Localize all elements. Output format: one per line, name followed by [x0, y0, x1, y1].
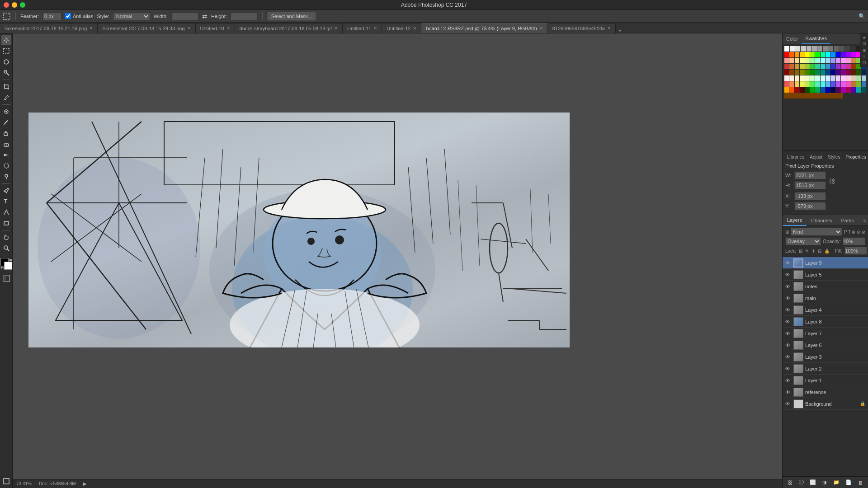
swatch[interactable]	[826, 58, 830, 63]
swatch[interactable]	[810, 70, 815, 75]
swatch[interactable]	[862, 81, 866, 87]
libraries-tab[interactable]: Libraries	[785, 154, 806, 160]
tab-close-icon[interactable]: ✕	[373, 26, 377, 31]
swatch[interactable]	[810, 52, 815, 57]
layer-item-layer9[interactable]: 👁 Layer 9	[783, 257, 868, 269]
swatch[interactable]	[856, 81, 861, 87]
new-adjustment-button[interactable]: ◑	[822, 479, 827, 485]
dodge-tool[interactable]	[1, 172, 11, 182]
layer-item-layer7[interactable]: 👁 Layer 7	[783, 328, 868, 339]
swatch[interactable]	[795, 87, 799, 93]
new-group-button[interactable]: 📁	[833, 479, 840, 485]
layer-item-layer4[interactable]: 👁 Layer 4	[783, 304, 868, 316]
select-mask-button[interactable]: Select and Mask...	[267, 12, 316, 21]
swatch[interactable]	[800, 81, 804, 87]
layer-visibility-icon[interactable]: 👁	[785, 354, 792, 360]
swatch[interactable]	[821, 75, 825, 81]
swatch[interactable]	[836, 52, 840, 57]
layer-visibility-icon[interactable]: 👁	[785, 378, 792, 383]
add-layer-style-button[interactable]: Ⓕ	[799, 479, 804, 486]
blur-tool[interactable]	[1, 161, 11, 171]
tab-0126[interactable]: 0126b96561686b45f2fa ✕	[548, 23, 616, 33]
gradient-tool[interactable]	[1, 150, 11, 160]
swatch[interactable]	[862, 75, 866, 81]
pen-tool[interactable]	[1, 186, 11, 196]
swatch[interactable]	[815, 70, 820, 75]
swatch[interactable]	[805, 52, 810, 57]
properties-tab[interactable]: Properties	[844, 154, 868, 160]
tab-ducks[interactable]: ducks-storyboard 2017-08-18 05.08.18.gif…	[235, 23, 343, 33]
swatch[interactable]	[841, 81, 845, 87]
swatch[interactable]	[784, 70, 789, 75]
swatch[interactable]	[836, 87, 840, 93]
crop-tool[interactable]	[1, 82, 11, 92]
swatch[interactable]	[789, 81, 794, 87]
styles-tab[interactable]: Styles	[826, 154, 842, 160]
swatch[interactable]	[795, 75, 799, 81]
swatch[interactable]	[821, 52, 825, 57]
swatch[interactable]	[846, 64, 851, 69]
swatch[interactable]	[830, 70, 835, 75]
y-property[interactable]	[794, 202, 826, 210]
swatch[interactable]	[795, 58, 799, 63]
swatch[interactable]	[790, 46, 795, 52]
swatch[interactable]	[851, 87, 856, 93]
height-property[interactable]	[794, 181, 826, 189]
swatch[interactable]	[805, 75, 810, 81]
layer-item-main[interactable]: 👁 main	[783, 292, 868, 304]
hand-tool[interactable]	[1, 232, 11, 242]
swatch[interactable]	[821, 87, 825, 93]
swatch[interactable]	[800, 64, 804, 69]
swatch[interactable]	[810, 87, 815, 93]
type-tool[interactable]: T	[1, 197, 11, 206]
layer-item-layer5[interactable]: 👁 Layer 5	[783, 269, 868, 281]
swatch[interactable]	[807, 46, 811, 52]
panel-icon-5[interactable]: ⊟	[863, 61, 866, 65]
swatch[interactable]	[784, 52, 789, 57]
swatch[interactable]	[836, 58, 840, 63]
swatch[interactable]	[841, 58, 845, 63]
swatch[interactable]	[846, 75, 851, 81]
antialias-checkbox[interactable]	[65, 13, 71, 19]
swatch[interactable]	[836, 64, 840, 69]
swatch[interactable]	[826, 75, 830, 81]
tab-close-icon[interactable]: ✕	[89, 26, 93, 31]
swatch[interactable]	[846, 81, 851, 87]
tab-close-icon[interactable]: ✕	[187, 26, 191, 31]
swatch[interactable]	[800, 87, 804, 93]
swatch[interactable]	[846, 70, 851, 75]
tab-board12[interactable]: board-12-RS8RZ.psd @ 73.4% (Layer 9, RGB…	[421, 23, 547, 33]
swatch[interactable]	[821, 81, 825, 87]
swatch[interactable]	[795, 64, 799, 69]
layer-item-notes[interactable]: 👁 notes	[783, 281, 868, 292]
swap-colors-icon[interactable]: ⇆	[9, 258, 12, 262]
layer-visibility-icon[interactable]: 👁	[785, 331, 792, 336]
panel-icon-4[interactable]: ≡	[863, 54, 865, 59]
swatch[interactable]	[826, 70, 830, 75]
foreground-background-colors[interactable]: ⇆ ◩	[0, 258, 12, 270]
eyedropper-tool[interactable]	[1, 93, 11, 103]
lasso-tool[interactable]	[1, 57, 11, 67]
swatch[interactable]	[821, 64, 825, 69]
swatch[interactable]	[851, 58, 856, 63]
clone-stamp-tool[interactable]	[1, 128, 11, 138]
fill-input[interactable]	[844, 247, 867, 255]
swatch[interactable]	[795, 46, 800, 52]
zoom-tool[interactable]	[1, 243, 11, 253]
swatch[interactable]	[801, 46, 806, 52]
lock-transparent-icon[interactable]: ⊞	[799, 249, 802, 253]
width-property[interactable]	[794, 171, 826, 179]
brush-tool[interactable]	[1, 117, 11, 127]
swatch[interactable]	[784, 64, 789, 69]
link-layers-button[interactable]: ⛓	[788, 480, 793, 485]
swatch[interactable]	[862, 87, 866, 93]
panel-icon-3[interactable]: ◉	[863, 48, 866, 52]
swatch[interactable]	[828, 46, 833, 52]
layer-visibility-icon[interactable]: 👁	[785, 343, 792, 348]
swatch[interactable]	[839, 46, 844, 52]
layer-visibility-icon[interactable]: 👁	[785, 260, 792, 266]
spot-heal-tool[interactable]	[1, 107, 11, 117]
new-layer-button[interactable]: 📄	[845, 479, 852, 485]
swatch[interactable]	[830, 81, 835, 87]
swatch[interactable]	[821, 58, 825, 63]
